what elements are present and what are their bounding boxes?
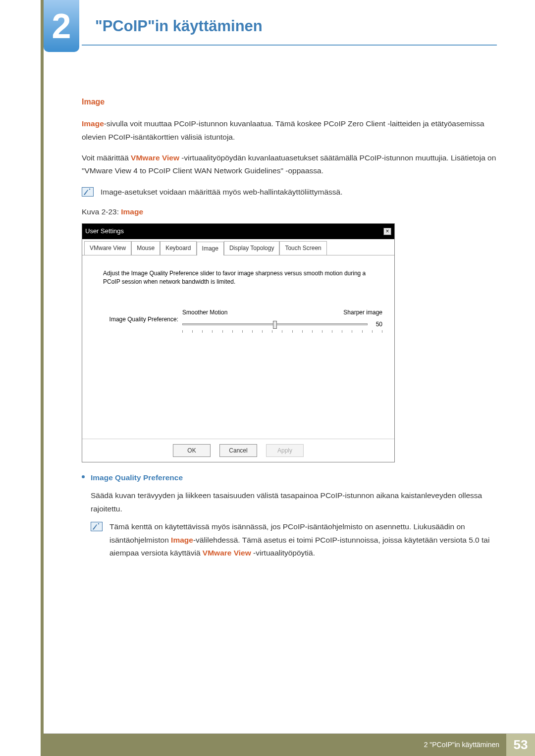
dialog-titlebar: User Settings ×: [82, 224, 394, 239]
note-2: Tämä kenttä on käytettävissä myös isännä…: [91, 520, 497, 559]
paragraph-2: Voit määrittää VMware View -virtuaalityö…: [82, 151, 497, 178]
emph-vmware: VMware View: [131, 153, 179, 162]
note2-b: Image: [171, 536, 193, 544]
bullet-title: Image Quality Preference: [91, 471, 183, 484]
tab-mouse[interactable]: Mouse: [131, 241, 160, 254]
dialog-description: Adjust the Image Quality Preference slid…: [103, 269, 382, 287]
tab-touch-screen[interactable]: Touch Screen: [279, 241, 326, 254]
image-quality-slider[interactable]: [182, 323, 368, 325]
ok-button[interactable]: OK: [173, 444, 211, 457]
page-content: Image Image-sivulla voit muuttaa PCoIP-i…: [82, 95, 497, 564]
note-icon: [91, 522, 103, 531]
slider-row: Image Quality Preference: Smoother Motio…: [94, 307, 382, 333]
paragraph-1: Image-sivulla voit muuttaa PCoIP-istunno…: [82, 117, 497, 144]
note-icon: [82, 187, 94, 197]
note-1: Image-asetukset voidaan määrittää myös w…: [82, 186, 497, 199]
note2-d: VMware View: [203, 549, 251, 557]
para2-a: Voit määrittää: [82, 153, 131, 162]
section-heading: Image: [82, 95, 497, 108]
slider-track-wrap: 50: [182, 319, 382, 329]
footer-bar: 2 "PCoIP"in käyttäminen: [44, 733, 506, 756]
svg-point-0: [89, 188, 90, 189]
slider-ticks: [182, 330, 382, 333]
cancel-button[interactable]: Cancel: [219, 444, 257, 457]
dialog-title: User Settings: [85, 226, 124, 237]
svg-point-1: [98, 523, 99, 524]
apply-button: Apply: [266, 444, 304, 457]
para1-rest: -sivulla voit muuttaa PCoIP-istunnon kuv…: [82, 119, 484, 141]
user-settings-dialog: User Settings × VMware View Mouse Keyboa…: [82, 223, 395, 462]
note2-e: -virtuaalityöpöytiä.: [251, 549, 315, 557]
footer-divider: [44, 733, 535, 734]
slider-value: 50: [372, 319, 382, 329]
page-footer: 2 "PCoIP"in käyttäminen 53: [44, 733, 535, 756]
slider-end-labels: Smoother Motion Sharper image: [182, 307, 382, 317]
slider-box: Smoother Motion Sharper image 50: [182, 307, 382, 333]
bullet-paragraph: Säädä kuvan terävyyden ja liikkeen tasai…: [91, 489, 497, 515]
figcap-b: Image: [121, 207, 143, 216]
footer-page-number: 53: [506, 733, 535, 756]
slider-label: Image Quality Preference:: [94, 307, 182, 324]
chapter-title: "PCoIP"in käyttäminen: [95, 17, 263, 35]
bullet-dot-icon: [82, 475, 85, 478]
dialog-body: Adjust the Image Quality Preference slid…: [82, 255, 394, 439]
bullet-item: Image Quality Preference: [82, 471, 497, 484]
slider-thumb[interactable]: [273, 321, 277, 329]
left-margin-bar: [41, 0, 44, 756]
note-1-text: Image-asetukset voidaan määrittää myös w…: [101, 186, 497, 199]
figure-caption: Kuva 2-23: Image: [82, 205, 497, 218]
tab-display-topology[interactable]: Display Topology: [224, 241, 280, 254]
footer-text: 2 "PCoIP"in käyttäminen: [424, 741, 499, 749]
emph-image: Image: [82, 119, 104, 128]
close-icon[interactable]: ×: [383, 228, 391, 235]
slider-left-label: Smoother Motion: [182, 307, 227, 317]
chapter-underline: [82, 45, 497, 46]
tab-vmware-view[interactable]: VMware View: [84, 241, 131, 254]
tab-image[interactable]: Image: [197, 242, 224, 255]
chapter-number-badge: 2: [44, 0, 79, 52]
note-2-text: Tämä kenttä on käytettävissä myös isännä…: [109, 520, 497, 559]
tab-keyboard[interactable]: Keyboard: [160, 241, 196, 254]
slider-right-label: Sharper image: [343, 307, 382, 317]
figcap-a: Kuva 2-23:: [82, 207, 121, 216]
dialog-tabs: VMware View Mouse Keyboard Image Display…: [82, 239, 394, 255]
dialog-buttons: OK Cancel Apply: [82, 439, 394, 462]
